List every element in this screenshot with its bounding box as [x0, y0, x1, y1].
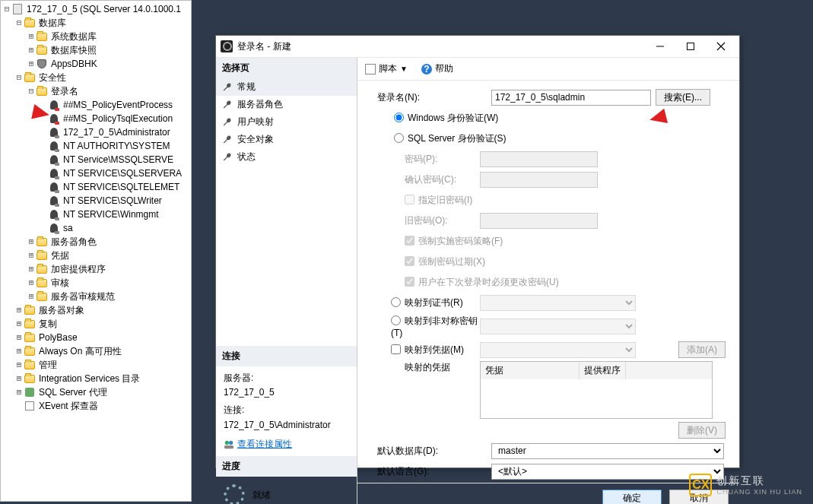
- minimize-button[interactable]: [645, 36, 675, 57]
- page-securables[interactable]: 安全对象: [216, 131, 357, 148]
- page-selector-panel: 选择页 常规 服务器角色 用户映射 安全对象 状态 连接 服务器: 172_17…: [216, 58, 357, 504]
- logins-node[interactable]: ⊟登录名: [1, 84, 191, 98]
- cert-select: [480, 295, 636, 311]
- maximize-button[interactable]: [675, 36, 706, 57]
- default-db-label: 默认数据库(D):: [377, 445, 491, 458]
- login-item[interactable]: NT SERVICE\SQLWriter: [1, 194, 191, 208]
- wrench-icon: [222, 117, 233, 128]
- credentials-list[interactable]: 凭据提供程序: [480, 361, 713, 419]
- login-name-label: 登录名(N):: [377, 91, 491, 104]
- replication-node[interactable]: ⊞复制: [1, 317, 191, 331]
- script-icon: [365, 64, 376, 74]
- progress-header: 进度: [216, 456, 357, 477]
- default-db-select[interactable]: master: [491, 443, 724, 459]
- close-button[interactable]: [706, 36, 736, 57]
- login-item[interactable]: ##MS_PolicyEventProcess: [1, 98, 191, 112]
- progress-ring-icon: [224, 484, 245, 504]
- form-panel: 脚本 ▼ ? 帮助 登录名(N): 搜索(E)... Windows 身份验证(…: [357, 58, 739, 504]
- login-item[interactable]: 172_17_0_5\Administrator: [1, 125, 191, 139]
- integration-services-node[interactable]: ⊞Integration Services 目录: [1, 372, 191, 385]
- audits-node[interactable]: ⊞审核: [1, 276, 191, 290]
- password-input: [480, 151, 598, 167]
- password-label: 密码(P):: [377, 153, 480, 166]
- mapped-credentials-label: 映射的凭据: [377, 361, 480, 374]
- security-node[interactable]: ⊟安全性: [1, 71, 191, 84]
- sql-agent-node[interactable]: ⊞SQL Server 代理: [1, 385, 191, 399]
- svg-point-1: [225, 440, 229, 444]
- help-button[interactable]: 帮助: [435, 62, 453, 75]
- map-asym-radio[interactable]: 映射到非对称密钥(T): [377, 314, 480, 338]
- crypto-providers-node[interactable]: ⊞加密提供程序: [1, 262, 191, 276]
- select-pages-header: 选择页: [216, 58, 357, 78]
- sql-auth-radio[interactable]: SQL Server 身份验证(S): [377, 132, 507, 145]
- login-name-input[interactable]: [491, 90, 651, 106]
- alwayson-node[interactable]: ⊞Always On 高可用性: [1, 344, 191, 358]
- login-item[interactable]: NT AUTHORITY\SYSTEM: [1, 139, 191, 153]
- login-item[interactable]: NT Service\MSSQLSERVE: [1, 153, 191, 166]
- brand-watermark: CX 创新互联 CHUANG XIN HU LIAN: [689, 474, 802, 496]
- connection-header: 连接: [216, 346, 357, 366]
- login-item[interactable]: NT SERVICE\SQLSERVERA: [1, 166, 191, 180]
- confirm-password-input: [480, 172, 598, 188]
- specify-old-password-check: 指定旧密码(I): [377, 193, 472, 207]
- dialog-footer: 确定 取消: [357, 483, 739, 504]
- help-icon: ?: [421, 64, 432, 74]
- svg-rect-3: [224, 445, 233, 449]
- enforce-expire-check: 强制密码过期(X): [377, 255, 485, 268]
- xevent-profiler-node[interactable]: XEvent 探查器: [1, 399, 191, 413]
- polybase-node[interactable]: ⊞PolyBase: [1, 331, 191, 344]
- ok-button[interactable]: 确定: [602, 490, 662, 505]
- databases-node[interactable]: ⊟数据库: [1, 16, 191, 30]
- view-connection-props-link[interactable]: 查看连接属性: [237, 439, 292, 449]
- wrench-icon: [222, 100, 233, 110]
- map-cred-check[interactable]: 映射到凭据(M): [377, 343, 480, 357]
- page-general[interactable]: 常规: [216, 78, 357, 96]
- login-item[interactable]: NT SERVICE\SQLTELEMET: [1, 180, 191, 194]
- server-objects-node[interactable]: ⊞服务器对象: [1, 303, 191, 317]
- cred-select: [480, 342, 636, 358]
- asym-key-select: [480, 319, 636, 334]
- page-status[interactable]: 状态: [216, 148, 357, 166]
- server-audit-spec-node[interactable]: ⊞服务器审核规范: [1, 290, 191, 303]
- login-item[interactable]: ##MS_PolicyTsqlExecution: [1, 112, 191, 125]
- people-icon: [224, 439, 234, 450]
- enforce-policy-check: 强制实施密码策略(F): [377, 234, 503, 248]
- svg-point-2: [229, 440, 233, 444]
- must-change-check: 用户在下次登录时必须更改密码(U): [377, 275, 559, 289]
- wrench-icon: [222, 82, 233, 93]
- wrench-icon: [222, 152, 233, 163]
- search-button[interactable]: 搜索(E)...: [656, 89, 710, 106]
- login-item[interactable]: sa: [1, 221, 191, 235]
- script-button[interactable]: 脚本: [379, 62, 397, 75]
- svg-rect-0: [688, 43, 694, 50]
- dropdown-icon[interactable]: ▼: [400, 65, 408, 73]
- object-explorer-tree[interactable]: ⊟172_17_0_5 (SQL Server 14.0.1000.1 ⊟数据库…: [0, 0, 192, 502]
- server-node[interactable]: ⊟172_17_0_5 (SQL Server 14.0.1000.1: [1, 2, 191, 16]
- page-server-roles[interactable]: 服务器角色: [216, 96, 357, 113]
- map-cert-radio[interactable]: 映射到证书(R): [377, 296, 480, 309]
- annotation-arrow-icon: [31, 104, 51, 122]
- new-login-dialog: 登录名 - 新建 选择页 常规 服务器角色 用户映射 安全对象 状态 连接 服务…: [215, 35, 740, 468]
- default-lang-label: 默认语言(G):: [377, 465, 491, 478]
- col-provider: 提供程序: [580, 362, 626, 379]
- server-roles-node[interactable]: ⊞服务器角色: [1, 235, 191, 249]
- credentials-node[interactable]: ⊞凭据: [1, 249, 191, 262]
- database-snapshots-node[interactable]: ⊞数据库快照: [1, 43, 191, 57]
- wrench-icon: [222, 135, 233, 145]
- col-credential: 凭据: [481, 362, 580, 379]
- windows-auth-radio[interactable]: Windows 身份验证(W): [377, 111, 498, 125]
- old-password-label: 旧密码(O):: [377, 214, 480, 227]
- titlebar[interactable]: 登录名 - 新建: [216, 36, 739, 58]
- add-button: 添加(A): [678, 341, 726, 358]
- toolbar: 脚本 ▼ ? 帮助: [357, 58, 739, 81]
- database-node[interactable]: ⊞AppsDBHK: [1, 57, 191, 71]
- login-item[interactable]: NT SERVICE\Winmgmt: [1, 208, 191, 221]
- management-node[interactable]: ⊞管理: [1, 358, 191, 372]
- connection-info: 服务器: 172_17_0_5 连接: 172_17_0_5\Administr…: [216, 366, 357, 456]
- dialog-icon: [221, 40, 233, 52]
- old-password-input: [480, 213, 598, 229]
- delete-button: 删除(V): [678, 422, 726, 439]
- brand-logo-icon: CX: [689, 474, 712, 496]
- page-user-mapping[interactable]: 用户映射: [216, 113, 357, 131]
- system-databases-node[interactable]: ⊞系统数据库: [1, 30, 191, 43]
